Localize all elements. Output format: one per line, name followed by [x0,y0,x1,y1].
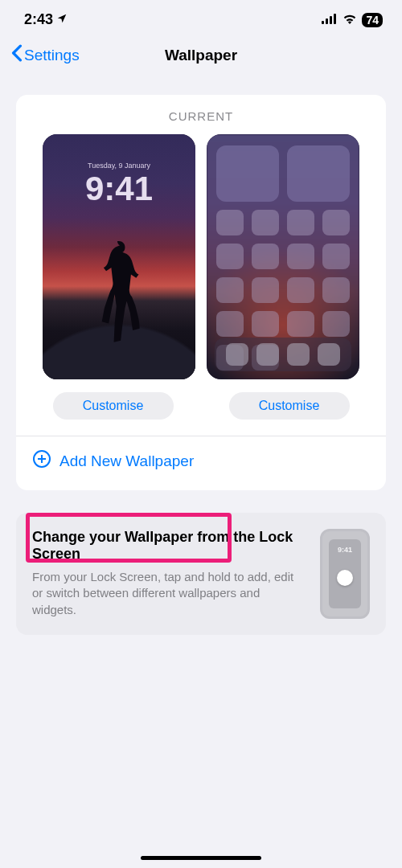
home-screen-preview[interactable] [207,134,359,379]
silhouette-figure [93,241,145,338]
app-icon-placeholder [322,311,350,337]
svg-rect-1 [326,18,328,24]
page-title: Wallpaper [165,47,237,64]
dock-icon-placeholder [256,343,279,366]
current-wallpaper-card: CURRENT Tuesday, 9 January 9:41 [16,95,386,490]
status-time: 2:43 [24,11,53,28]
app-icon-placeholder [287,244,314,269]
lock-date: Tuesday, 9 January [43,162,195,170]
status-bar: 2:43 74 [0,0,402,35]
app-icon-placeholder [322,210,350,235]
app-icon-placeholder [252,210,279,235]
add-new-wallpaper-label: Add New Wallpaper [59,452,194,470]
back-button[interactable]: Settings [11,44,80,66]
nav-bar: Settings Wallpaper [0,35,402,80]
svg-rect-0 [322,21,324,24]
dock-icon-placeholder [287,343,310,366]
app-icon-placeholder [216,244,244,269]
dock [215,338,351,371]
svg-rect-2 [330,16,332,24]
home-indicator[interactable] [141,856,261,860]
app-icon-placeholder [216,277,244,303]
location-icon [56,11,68,28]
lock-screen-preview[interactable]: Tuesday, 9 January 9:41 [43,134,195,379]
app-icon-placeholder [252,311,279,337]
app-icon-placeholder [252,277,279,303]
back-label: Settings [24,47,80,64]
app-icon-placeholder [252,244,279,269]
svg-rect-3 [334,14,336,24]
app-icon-placeholder [322,244,350,269]
customise-home-button[interactable]: Customise [229,392,350,420]
chevron-left-icon [11,44,23,66]
app-icon-placeholder [287,210,314,235]
dock-icon-placeholder [226,343,248,366]
app-icon-placeholder [216,210,244,235]
dock-icon-placeholder [318,343,340,366]
touch-indicator-icon [337,570,353,586]
app-icon-placeholder [287,277,314,303]
tip-illustration-time: 9:41 [322,546,367,554]
app-icon-placeholder [287,311,314,337]
tip-card: Change your Wallpaper from the Lock Scre… [16,513,386,635]
tip-title: Change your Wallpaper from the Lock Scre… [32,529,307,563]
tip-illustration: 9:41 [320,529,370,619]
signal-icon [322,11,338,28]
lock-time: 9:41 [43,170,195,208]
widget-placeholder [216,145,279,202]
tip-body: From your Lock Screen, tap and hold to a… [32,569,307,618]
battery-level: 74 [362,13,383,27]
wifi-icon [343,11,357,28]
add-new-wallpaper-button[interactable]: Add New Wallpaper [31,436,371,476]
current-label: CURRENT [31,109,371,123]
app-icon-placeholder [322,277,350,303]
app-icon-placeholder [216,311,244,337]
widget-placeholder [287,145,350,202]
customise-lock-button[interactable]: Customise [53,392,174,420]
plus-circle-icon [32,449,51,473]
